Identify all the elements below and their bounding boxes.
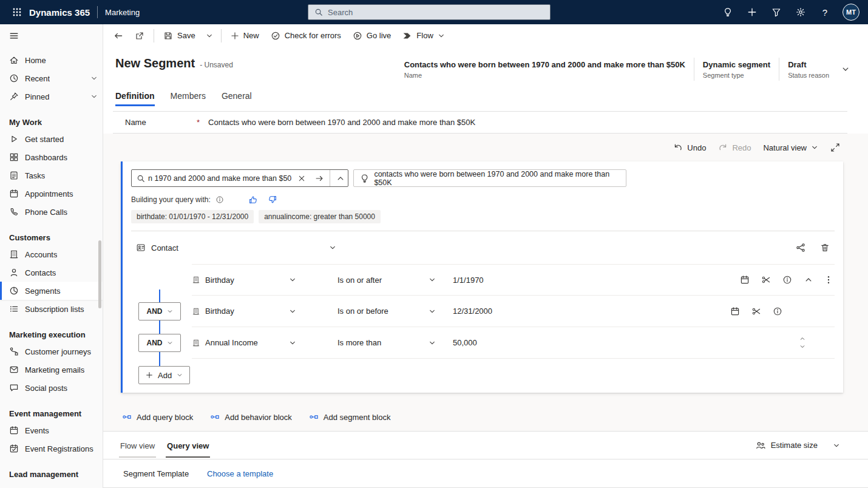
view-selector-label: Natural view: [763, 143, 807, 152]
info-icon[interactable]: [215, 195, 224, 204]
sidebar-item-phone-calls[interactable]: Phone Calls: [0, 203, 103, 221]
estimate-size-button[interactable]: Estimate size: [756, 441, 840, 450]
sidebar-item-segments[interactable]: Segments: [0, 282, 103, 300]
more-options-icon[interactable]: [824, 275, 833, 285]
query-suggestion[interactable]: contacts who were born between 1970 and …: [353, 169, 626, 187]
flow-button[interactable]: Flow: [397, 27, 450, 45]
new-button[interactable]: New: [225, 27, 265, 45]
datepicker-icon[interactable]: [730, 307, 740, 316]
field-selector[interactable]: Annual Income: [192, 338, 296, 347]
sidebar-item-accounts[interactable]: Accounts: [0, 245, 103, 263]
add-query-block-button[interactable]: Add query block: [122, 412, 193, 422]
nl-query-input[interactable]: [148, 174, 291, 183]
conjunction-selector[interactable]: AND: [138, 334, 181, 352]
go-live-button[interactable]: Go live: [347, 27, 396, 45]
help-button[interactable]: ?: [813, 0, 836, 24]
sitemap-toggle-button[interactable]: [0, 24, 103, 47]
chevron-down-icon[interactable]: [90, 75, 98, 82]
redo-button[interactable]: Redo: [718, 143, 751, 152]
sidebar-item-recent[interactable]: Recent: [0, 69, 103, 87]
sidebar-item-event-registrations[interactable]: Event Registrations: [0, 439, 103, 458]
save-split-chevron[interactable]: [202, 27, 217, 45]
sidebar-item-get-started[interactable]: Get started: [0, 130, 103, 148]
app-area-name[interactable]: Marketing: [105, 8, 140, 17]
quick-create-button[interactable]: [741, 0, 764, 24]
sidebar-item-appointments[interactable]: Appointments: [0, 185, 103, 203]
page-title: New Segment: [115, 56, 195, 70]
conjunction-label: AND: [147, 307, 163, 316]
check-for-errors-button[interactable]: Check for errors: [265, 27, 347, 45]
sidebar-item-customer-journeys[interactable]: Customer journeys: [0, 342, 103, 361]
add-condition-button[interactable]: Add: [138, 366, 190, 384]
delete-block-icon[interactable]: [820, 243, 830, 252]
name-field-value[interactable]: Contacts who were born between 1970 and …: [208, 118, 475, 127]
collapse-row-icon[interactable]: [804, 276, 813, 284]
tab-flow-view[interactable]: Flow view: [119, 433, 156, 458]
chevron-down-icon: [167, 308, 173, 314]
sidebar-item-contacts[interactable]: Contacts: [0, 263, 103, 282]
back-button[interactable]: [108, 27, 129, 45]
choose-template-link[interactable]: Choose a template: [207, 469, 273, 478]
undo-button[interactable]: Undo: [673, 143, 706, 152]
chevron-down-icon[interactable]: [90, 93, 98, 100]
tab-members[interactable]: Members: [171, 91, 206, 106]
add-segment-block-label: Add segment block: [324, 413, 391, 422]
stepper-down-icon[interactable]: [799, 344, 805, 350]
submit-query-button[interactable]: [312, 170, 327, 186]
thumbs-up-icon[interactable]: [248, 195, 258, 205]
sidebar-item-marketing-emails[interactable]: Marketing emails: [0, 361, 103, 379]
number-stepper[interactable]: [799, 336, 805, 350]
sidebar-section-marketing-execution: Marketing execution: [0, 327, 103, 342]
sidebar-item-social-posts[interactable]: Social posts: [0, 379, 103, 397]
stepper-up-icon[interactable]: [799, 336, 805, 342]
add-behavior-block-button[interactable]: Add behavior block: [210, 412, 292, 422]
entity-selector[interactable]: Contact: [136, 243, 336, 252]
scissors-icon[interactable]: [751, 307, 761, 316]
tab-definition[interactable]: Definition: [115, 91, 155, 106]
sidebar-item-label: Social posts: [25, 384, 67, 393]
global-search-input[interactable]: Search: [308, 4, 551, 20]
condition-value-input[interactable]: 50,000: [453, 338, 799, 347]
scissors-icon[interactable]: [761, 275, 771, 285]
thumbs-down-icon[interactable]: [268, 195, 277, 205]
conjunction-selector[interactable]: AND: [138, 302, 181, 320]
sidebar-scrollbar[interactable]: [98, 240, 101, 308]
app-title[interactable]: Dynamics 365: [29, 7, 90, 18]
operator-selector[interactable]: Is on or after: [337, 276, 436, 285]
info-icon[interactable]: [782, 275, 792, 285]
clear-query-button[interactable]: [294, 170, 309, 186]
settings-button[interactable]: [789, 0, 812, 24]
close-icon: [297, 174, 306, 183]
related-entity-icon[interactable]: [796, 243, 805, 252]
sidebar-item-label: Phone Calls: [25, 208, 67, 217]
open-in-new-window-button[interactable]: [129, 27, 150, 45]
user-avatar[interactable]: MT: [843, 4, 860, 21]
sidebar-item-home[interactable]: Home: [0, 51, 103, 69]
condition-value-input[interactable]: 12/31/2000: [453, 307, 730, 316]
field-selector[interactable]: Birthday: [192, 307, 296, 316]
tab-query-view[interactable]: Query view: [166, 433, 210, 458]
chevron-down-icon[interactable]: [833, 442, 840, 449]
operator-selector[interactable]: Is on or before: [337, 307, 436, 316]
save-button[interactable]: Save: [158, 27, 201, 45]
sidebar-item-subscription-lists[interactable]: Subscription lists: [0, 300, 103, 318]
lightbulb-button[interactable]: [716, 0, 739, 24]
collapse-query-button[interactable]: [333, 170, 348, 186]
chat-icon: [9, 383, 19, 393]
field-selector[interactable]: Birthday: [192, 276, 296, 285]
sidebar-item-tasks[interactable]: Tasks: [0, 166, 103, 185]
waffle-icon[interactable]: [6, 0, 28, 24]
operator-selector[interactable]: Is more than: [337, 338, 436, 347]
tab-general[interactable]: General: [222, 91, 252, 106]
fullscreen-button[interactable]: [830, 143, 840, 152]
expand-header-chevron-icon[interactable]: [841, 65, 850, 73]
sidebar-item-pinned[interactable]: Pinned: [0, 87, 103, 106]
view-selector[interactable]: Natural view: [763, 143, 818, 152]
datepicker-icon[interactable]: [740, 275, 750, 285]
filter-button[interactable]: [765, 0, 788, 24]
sidebar-item-dashboards[interactable]: Dashboards: [0, 148, 103, 166]
add-segment-block-button[interactable]: Add segment block: [309, 412, 391, 422]
condition-value-input[interactable]: 1/1/1970: [453, 276, 740, 285]
sidebar-item-events[interactable]: Events: [0, 421, 103, 439]
info-icon[interactable]: [773, 307, 782, 316]
